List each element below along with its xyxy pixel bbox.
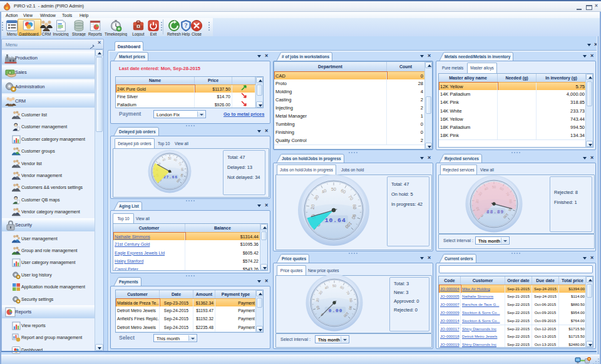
svg-text:?: ? — [185, 22, 188, 29]
